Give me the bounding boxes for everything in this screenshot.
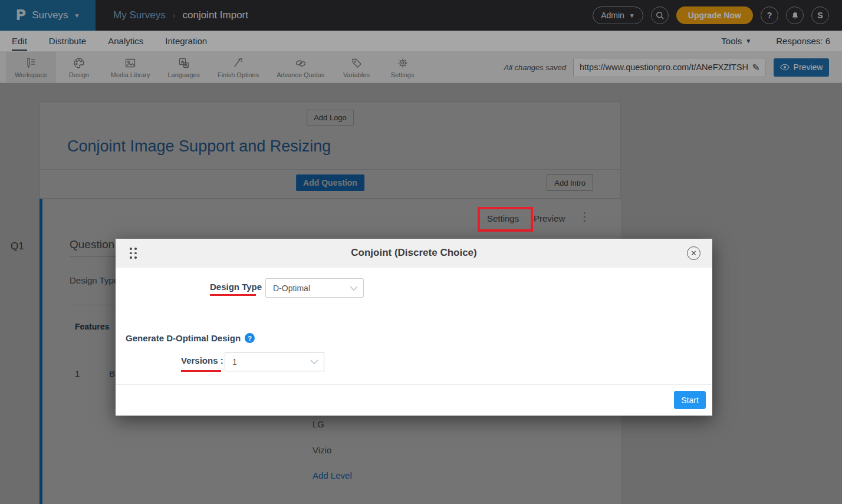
advance-quotas-icon [294,57,307,70]
bell-icon [791,11,800,20]
nav-right: Tools ▼ Responses: 6 [721,36,842,46]
topbar-actions: Admin ▼ Upgrade Now ? S [593,6,842,24]
design-type-red-underline-annotation [210,294,256,296]
tools-menu[interactable]: Tools ▼ [721,36,751,46]
generate-design-label: Generate D-Optimal Design [126,333,241,343]
survey-url-input[interactable] [580,62,752,72]
question-mark-icon: ? [767,11,772,20]
toolbar-item-label: Advance Quotas [277,71,324,78]
toolbar-item-label: Variables [343,71,370,78]
question-settings-button[interactable]: Settings [487,213,519,223]
features-header: Features [75,322,109,331]
design-type-select[interactable]: D-Optimal [265,278,364,298]
help-icon[interactable]: ? [245,333,255,343]
versions-label: Versions : [181,355,223,365]
search-icon [655,11,665,20]
tools-label: Tools [721,36,742,46]
top-bar: P Surveys ▼ My Surveys › conjoint Import… [0,0,842,31]
add-logo-button[interactable]: Add Logo [307,110,354,126]
avatar-letter: S [817,11,823,20]
toolbar-items: Workspace Design Media Library Languages… [0,52,426,83]
caret-down-icon: ▼ [629,12,635,19]
toolbar-item-label: Settings [391,71,415,78]
chevron-down-icon [310,359,319,365]
add-intro-button[interactable]: Add Intro [547,174,593,191]
toolbar-item-settings[interactable]: Settings [380,52,426,83]
survey-nav: Edit Distribute Analytics Integration To… [0,31,842,52]
product-label: Surveys [32,9,68,21]
add-question-button[interactable]: Add Question [296,174,364,191]
toolbar-item-finish-options[interactable]: Finish Options [209,52,268,83]
avatar[interactable]: S [811,6,829,24]
breadcrumb-my-surveys[interactable]: My Surveys [113,9,166,21]
breadcrumb-current: conjoint Import [182,9,248,21]
edit-url-pencil-icon[interactable]: ✎ [752,62,760,73]
notifications-button[interactable] [786,6,804,24]
tab-edit[interactable]: Edit [12,31,27,51]
nav-tabs: Edit Distribute Analytics Integration [0,31,207,51]
upgrade-now-button[interactable]: Upgrade Now [676,6,753,24]
toolbar-item-workspace[interactable]: Workspace [6,52,56,83]
workspace-icon [24,57,37,70]
toolbar-item-label: Design [69,71,89,78]
toolbar-item-label: Languages [167,71,199,78]
admin-menu[interactable]: Admin ▼ [593,6,643,24]
questionpro-logo-icon: P [16,7,27,24]
chevron-down-icon [349,285,358,291]
tab-analytics[interactable]: Analytics [108,31,143,51]
languages-icon [177,57,190,70]
edit-toolbar: Workspace Design Media Library Languages… [0,52,842,83]
survey-title[interactable]: Conjoint Image Support and Resizing [67,137,331,156]
kebab-menu-icon[interactable]: ⋮ [579,210,590,223]
settings-icon [396,57,409,70]
generate-design-heading: Generate D-Optimal Design ? [126,333,255,343]
versions-red-underline-annotation [181,370,221,372]
breadcrumb-separator-icon: › [173,11,176,20]
search-button[interactable] [651,6,669,24]
media-library-icon [124,57,137,70]
autosave-status: All changes saved [504,63,566,72]
question-design-type-label: Design Type [70,275,119,285]
level-item[interactable]: Vizio [313,445,331,455]
design-icon [73,57,85,70]
feature-index: 1 [75,368,80,378]
modal-title: Conjoint (Discrete Choice) [116,247,712,259]
breadcrumb: My Surveys › conjoint Import [113,9,248,21]
tab-integration[interactable]: Integration [165,31,207,51]
survey-preview-button[interactable]: Preview [774,58,829,77]
toolbar-right: All changes saved ✎ Preview [504,52,842,83]
toolbar-item-label: Media Library [111,71,150,78]
product-switcher[interactable]: P Surveys ▼ [0,0,96,31]
question-code: Q1 [11,241,24,252]
toolbar-item-media-library[interactable]: Media Library [102,52,159,83]
toolbar-item-advance-quotas[interactable]: Advance Quotas [268,52,333,83]
add-level-link[interactable]: Add Level [313,470,352,480]
question-text[interactable]: Question [70,238,114,251]
design-type-value: D-Optimal [273,284,310,293]
admin-label: Admin [601,11,624,20]
toolbar-item-label: Finish Options [218,71,259,78]
toolbar-item-design[interactable]: Design [56,52,102,83]
finish-options-icon [232,57,245,70]
close-icon[interactable]: ✕ [687,246,700,260]
eye-icon [780,64,790,71]
question-preview-button[interactable]: Preview [534,213,565,223]
toolbar-item-label: Workspace [15,71,47,78]
help-button[interactable]: ? [761,6,778,24]
start-button[interactable]: Start [674,391,706,409]
level-item[interactable]: LG [313,419,324,429]
modal-header: Conjoint (Discrete Choice) ✕ [116,239,712,268]
responses-count: Responses: 6 [776,36,830,46]
versions-select[interactable]: 1 [225,352,324,371]
toolbar-item-languages[interactable]: Languages [159,52,208,83]
versions-value: 1 [232,357,237,367]
design-type-label: Design Type [210,282,262,292]
variables-icon [350,57,363,70]
modal-footer-divider [116,384,712,385]
survey-url-box: ✎ [573,58,765,77]
survey-header-card: Add Logo Conjoint Image Support and Resi… [40,101,621,199]
preview-label: Preview [794,62,823,72]
toolbar-item-variables[interactable]: Variables [334,52,380,83]
tab-distribute[interactable]: Distribute [49,31,86,51]
divider [40,169,620,170]
